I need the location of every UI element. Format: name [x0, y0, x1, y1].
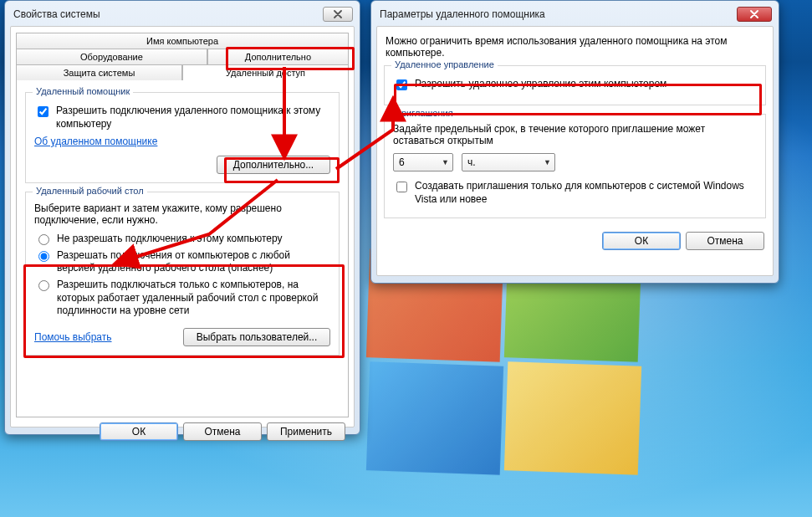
- system-properties-window: Свойства системы Имя компьютера Оборудов…: [4, 0, 360, 435]
- titlebar[interactable]: Параметры удаленного помощника: [376, 6, 774, 26]
- combo-value: 6: [399, 156, 405, 168]
- rd-option-nla[interactable]: [38, 280, 49, 291]
- window-title: Параметры удаленного помощника: [380, 8, 545, 20]
- cancel-button[interactable]: Отмена: [183, 422, 262, 441]
- rd-option-deny[interactable]: [38, 234, 49, 245]
- group-legend: Удаленный рабочий стол: [33, 186, 147, 196]
- dialog-buttons: ОК Отмена: [382, 227, 768, 252]
- tab-advanced[interactable]: Дополнительно: [207, 49, 349, 64]
- help-choose-link[interactable]: Помочь выбрать: [34, 331, 112, 343]
- invitations-hint: Задайте предельный срок, в течение котор…: [393, 123, 757, 146]
- remote-control-group: Удаленное управление Разрешить удаленное…: [384, 65, 766, 105]
- allow-remote-control-label: Разрешить удаленное управление этим комп…: [415, 78, 666, 91]
- ok-button[interactable]: ОК: [602, 232, 681, 250]
- remote-desktop-hint: Выберите вариант и затем укажите, кому р…: [34, 202, 330, 226]
- dialog-buttons: ОК Отмена Применить: [16, 417, 349, 443]
- tab-hardware[interactable]: Оборудование: [16, 49, 207, 64]
- titlebar[interactable]: Свойства системы: [10, 6, 355, 26]
- rd-option-any-label: Разрешать подключения от компьютеров с л…: [57, 249, 330, 275]
- intro-text: Можно ограничить время использования уда…: [386, 35, 764, 59]
- group-legend: Приглашения: [391, 108, 457, 118]
- rd-option-deny-label: Не разрешать подключения к этому компьют…: [57, 233, 283, 246]
- rd-option-any[interactable]: [38, 251, 49, 262]
- combo-value: ч.: [467, 156, 476, 168]
- invitation-amount-combo[interactable]: 6 ▼: [393, 153, 453, 171]
- select-users-button[interactable]: Выбрать пользователей...: [183, 328, 330, 346]
- cancel-button[interactable]: Отмена: [686, 232, 764, 250]
- ok-button[interactable]: ОК: [100, 422, 178, 441]
- vista-only-checkbox[interactable]: [396, 182, 407, 192]
- group-legend: Удаленное управление: [391, 59, 498, 69]
- remote-desktop-group: Удаленный рабочий стол Выберите вариант …: [25, 192, 340, 356]
- allow-remote-control-checkbox[interactable]: [396, 79, 407, 90]
- remote-assistance-group: Удаленный помощник Разрешить подключения…: [25, 92, 340, 183]
- tab-strip: Имя компьютера Оборудование Дополнительн…: [16, 32, 349, 79]
- desktop-background: Свойства системы Имя компьютера Оборудов…: [0, 0, 812, 517]
- chevron-down-icon: ▼: [544, 158, 551, 166]
- remote-assistance-advanced-button[interactable]: Дополнительно...: [217, 156, 330, 174]
- rd-option-nla-label: Разрешить подключаться только с компьюте…: [57, 279, 330, 318]
- windows-logo: [368, 251, 686, 502]
- tab-system-protection[interactable]: Защита системы: [16, 64, 182, 80]
- chevron-down-icon: ▼: [442, 158, 449, 166]
- allow-remote-assistance-checkbox[interactable]: [38, 106, 49, 117]
- window-title: Свойства системы: [13, 8, 100, 20]
- allow-remote-assistance-label: Разрешить подключения удаленного помощни…: [56, 105, 330, 131]
- about-remote-assistance-link[interactable]: Об удаленном помощнике: [34, 136, 157, 147]
- tab-computer-name[interactable]: Имя компьютера: [16, 33, 349, 49]
- remote-assistance-settings-window: Параметры удаленного помощника Можно огр…: [370, 0, 779, 284]
- close-icon[interactable]: [323, 7, 353, 22]
- invitation-unit-combo[interactable]: ч. ▼: [462, 153, 555, 171]
- invitations-group: Приглашения Задайте предельный срок, в т…: [384, 114, 766, 218]
- apply-button[interactable]: Применить: [267, 422, 345, 441]
- tab-remote[interactable]: Удаленный доступ: [182, 64, 349, 80]
- close-icon[interactable]: [737, 7, 772, 22]
- group-legend: Удаленный помощник: [33, 86, 133, 96]
- vista-only-label: Создавать приглашения только для компьют…: [415, 180, 757, 206]
